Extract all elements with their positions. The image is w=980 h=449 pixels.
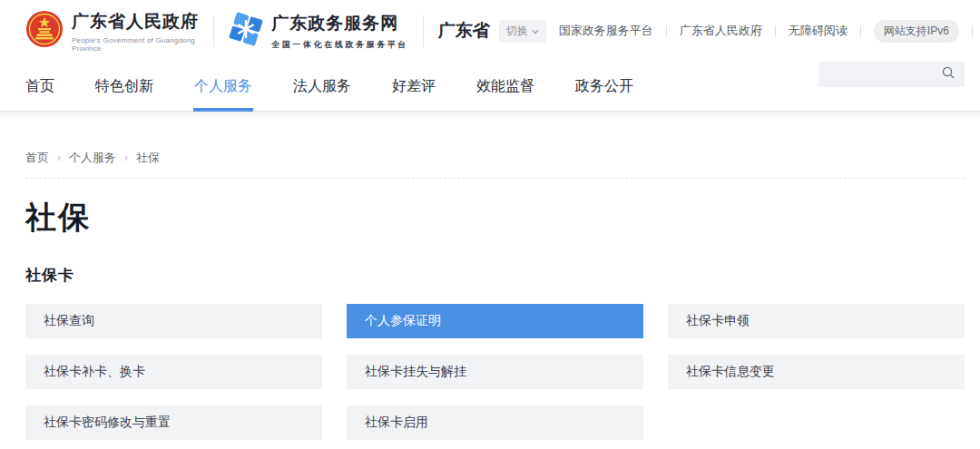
- header-shadow: [0, 112, 980, 120]
- region-switch-label: 切换: [506, 24, 528, 39]
- nav-item-home[interactable]: 首页: [25, 62, 54, 96]
- site-header: 广东省人民政府 People's Government of Guangdong…: [0, 0, 980, 112]
- service-button-card-loss-report[interactable]: 社保卡挂失与解挂: [347, 355, 643, 389]
- breadcrumb: 首页 › 个人服务 › 社保: [25, 150, 965, 179]
- service-grid: 社保查询 个人参保证明 社保卡申领 社保卡补卡、换卡 社保卡挂失与解挂 社保卡信…: [25, 304, 965, 440]
- portal-logo[interactable]: 广东政务服务网 全国一体化在线政务服务平台: [229, 12, 408, 51]
- national-emblem-icon: [25, 10, 64, 52]
- service-button-card-activation[interactable]: 社保卡启用: [347, 405, 643, 440]
- login-button[interactable]: 登录: [973, 23, 980, 39]
- region-name: 广东省: [438, 19, 490, 43]
- logo-divider: [213, 15, 214, 47]
- gov-logo[interactable]: 广东省人民政府 People's Government of Guangdong…: [25, 10, 199, 53]
- top-link-gd-government[interactable]: 广东省人民政府: [667, 23, 775, 39]
- gov-logo-subtitle: People's Government of Guangdong Provinc…: [72, 36, 199, 53]
- service-button-card-replacement[interactable]: 社保卡补卡、换卡: [25, 355, 322, 389]
- ipv6-badge: 网站支持IPv6: [874, 20, 959, 43]
- top-links: 国家政务服务平台 广东省人民政府 无障碍阅读 网站支持IPv6 登录: [546, 20, 980, 43]
- chevron-down-icon: [532, 24, 539, 37]
- service-button-personal-insurance-certificate[interactable]: 个人参保证明: [347, 304, 643, 338]
- search-input[interactable]: [828, 68, 941, 82]
- service-button-card-application[interactable]: 社保卡申领: [668, 304, 965, 338]
- search-box[interactable]: [818, 62, 965, 87]
- portal-logo-title: 广东政务服务网: [271, 12, 408, 35]
- main-nav: 首页 特色创新 个人服务 法人服务 好差评 效能监督 政务公开: [0, 62, 980, 112]
- top-bar: 广东省人民政府 People's Government of Guangdong…: [0, 0, 980, 62]
- brand-area: 广东省人民政府 People's Government of Guangdong…: [25, 10, 546, 53]
- service-button-card-password-reset[interactable]: 社保卡密码修改与重置: [25, 405, 322, 440]
- service-button-social-insurance-query[interactable]: 社保查询: [25, 304, 322, 338]
- region-selector: 广东省 切换: [438, 19, 546, 43]
- nav-item-personal-services[interactable]: 个人服务: [194, 62, 252, 96]
- gov-logo-title: 广东省人民政府: [72, 10, 199, 34]
- nav-item-gov-disclosure[interactable]: 政务公开: [575, 62, 633, 96]
- portal-logo-subtitle: 全国一体化在线政务服务平台: [271, 39, 408, 51]
- breadcrumb-item-home[interactable]: 首页: [25, 150, 49, 166]
- nav-item-rating[interactable]: 好差评: [392, 62, 436, 96]
- main-content: 首页 › 个人服务 › 社保 社保 社保卡 社保查询 个人参保证明 社保卡申领 …: [0, 150, 980, 449]
- region-switch-button[interactable]: 切换: [499, 20, 546, 43]
- service-button-card-info-change[interactable]: 社保卡信息变更: [668, 355, 965, 389]
- search-icon[interactable]: [941, 65, 956, 83]
- nav-item-legal-services[interactable]: 法人服务: [293, 62, 351, 96]
- breadcrumb-separator-icon: ›: [57, 151, 61, 164]
- top-link-accessibility[interactable]: 无障碍阅读: [776, 23, 860, 39]
- portal-logo-icon: [229, 12, 263, 50]
- section-title: 社保卡: [25, 267, 965, 285]
- breadcrumb-item-personal-services[interactable]: 个人服务: [69, 150, 116, 166]
- page-title: 社保: [25, 201, 965, 232]
- breadcrumb-item-current: 社保: [136, 150, 160, 166]
- nav-item-supervision[interactable]: 效能监督: [476, 62, 534, 96]
- gov-logo-text: 广东省人民政府 People's Government of Guangdong…: [72, 10, 199, 53]
- region-divider: [423, 15, 424, 47]
- nav-item-innovation[interactable]: 特色创新: [95, 62, 153, 96]
- breadcrumb-separator-icon: ›: [124, 151, 128, 164]
- top-link-separator: [860, 25, 861, 37]
- top-link-national-platform[interactable]: 国家政务服务平台: [546, 23, 666, 39]
- portal-logo-text: 广东政务服务网 全国一体化在线政务服务平台: [271, 12, 408, 51]
